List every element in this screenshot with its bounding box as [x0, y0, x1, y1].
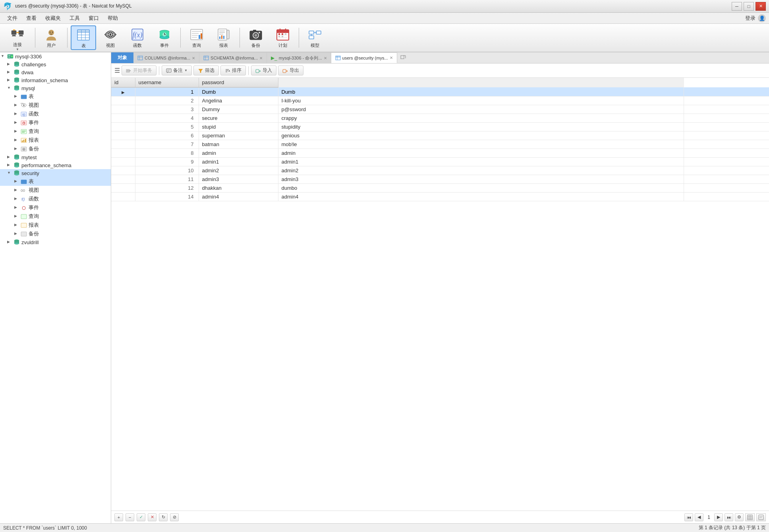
- sidebar-mysql-tables[interactable]: ▶ 表: [0, 92, 111, 101]
- comment-button[interactable]: 备注 ▼: [162, 66, 192, 75]
- sidebar-item-challenges[interactable]: ▶ challenges: [0, 60, 111, 68]
- table-row[interactable]: ▶1DumbDumb: [111, 87, 769, 96]
- sidebar-item-mysql[interactable]: ▼ mysql: [0, 84, 111, 92]
- sidebar-mysql-events[interactable]: ▶ 事件: [0, 118, 111, 127]
- view-grid-button[interactable]: [745, 513, 755, 521]
- menu-help[interactable]: 帮助: [104, 14, 122, 23]
- export-button[interactable]: 导出: [278, 66, 303, 75]
- tab-object[interactable]: 对象: [111, 52, 133, 63]
- hamburger-menu[interactable]: ☰: [114, 67, 120, 74]
- nav-settings-button[interactable]: ⚙: [735, 513, 744, 521]
- sort-button[interactable]: 排序: [220, 66, 246, 75]
- nav-next-button[interactable]: ▶: [714, 513, 723, 521]
- table-button[interactable]: 表: [71, 25, 96, 50]
- table-row[interactable]: 9admin1admin1: [111, 158, 769, 166]
- connect-button[interactable]: 连接 ▼: [3, 25, 32, 50]
- nav-prev-button[interactable]: ◀: [695, 513, 703, 521]
- app-icon: 🐬: [3, 2, 12, 11]
- filter-button[interactable]: 筛选: [193, 66, 219, 75]
- table-row[interactable]: 2AngelinaI-kill-you: [111, 96, 769, 105]
- model-button[interactable]: 模型: [302, 25, 328, 50]
- sidebar-item-mytest[interactable]: ▶ mytest: [0, 153, 111, 161]
- table-row[interactable]: 6supermangenious: [111, 131, 769, 140]
- sidebar-mysql-functions[interactable]: ▶ f() 函数: [0, 110, 111, 118]
- menu-view[interactable]: 查看: [22, 14, 41, 23]
- sidebar-security-functions[interactable]: ▶ f() 函数: [0, 195, 111, 203]
- svg-point-82: [14, 73, 19, 75]
- sidebar-root[interactable]: ▼ mysql-3306: [0, 52, 111, 60]
- sidebar-item-security[interactable]: ▼ security: [0, 169, 111, 177]
- sidebar-mysql-views[interactable]: ▶ oo 视图: [0, 101, 111, 110]
- table-row[interactable]: 10admin2admin2: [111, 166, 769, 175]
- table-row[interactable]: 11admin3admin3: [111, 175, 769, 184]
- sidebar-security-views[interactable]: ▶ oo 视图: [0, 186, 111, 195]
- table-row[interactable]: 5stupidstupidity: [111, 123, 769, 131]
- tab-cmd-close[interactable]: ✕: [324, 56, 327, 60]
- sidebar-mysql-backups[interactable]: ▶ 备份: [0, 145, 111, 153]
- close-button[interactable]: ✕: [755, 2, 766, 11]
- import-button[interactable]: 导入: [251, 66, 276, 75]
- query-button[interactable]: 查询: [184, 25, 209, 50]
- event-button[interactable]: 事件: [152, 25, 177, 50]
- tab-users[interactable]: users @security (mys... ✕: [331, 52, 397, 63]
- comment-dropdown[interactable]: ▼: [184, 69, 187, 72]
- backup-button[interactable]: 备份: [243, 25, 269, 50]
- sidebar-item-zvuldrill[interactable]: ▶ zvuldrill: [0, 238, 111, 246]
- table-row[interactable]: 4securecrappy: [111, 114, 769, 123]
- menu-window[interactable]: 窗口: [85, 14, 103, 23]
- sidebar-security-tables[interactable]: ▶ 表: [0, 177, 111, 186]
- sidebar-security-queries[interactable]: ▶ 查询: [0, 212, 111, 221]
- sidebar-item-dvwa[interactable]: ▶ dvwa: [0, 68, 111, 76]
- user-button[interactable]: 用户: [39, 25, 64, 50]
- function-button[interactable]: f(x) 函数: [125, 25, 150, 50]
- tab-users-close[interactable]: ✕: [390, 56, 393, 60]
- tab-columns-icon: [137, 55, 143, 61]
- svg-rect-66: [282, 36, 283, 37]
- sidebar-security-events[interactable]: ▶ 事件: [0, 203, 111, 212]
- menu-tools[interactable]: 工具: [66, 14, 84, 23]
- nav-last-button[interactable]: ⏭: [725, 513, 733, 521]
- table-row[interactable]: 14admin4admin4: [111, 193, 769, 201]
- restore-button[interactable]: □: [744, 2, 754, 11]
- cell-id: 3: [135, 105, 199, 114]
- sidebar-security-reports[interactable]: ▶ 报表: [0, 221, 111, 229]
- svg-rect-172: [759, 515, 763, 520]
- tab-cmd[interactable]: ▶_ mysql-3306 - 命令列... ✕: [267, 52, 331, 63]
- sidebar-item-information-schema[interactable]: ▶ information_schema: [0, 76, 111, 84]
- sidebar-mysql-reports[interactable]: ▶ 报表: [0, 136, 111, 145]
- tab-schemata-close[interactable]: ✕: [259, 56, 263, 60]
- sidebar-mysql-queries[interactable]: ▶ 查询: [0, 127, 111, 136]
- table-row[interactable]: 7batmanmob!le: [111, 140, 769, 149]
- remove-row-button[interactable]: −: [126, 513, 134, 521]
- confirm-button[interactable]: ✓: [137, 513, 145, 521]
- cell-username: admin4: [199, 193, 278, 201]
- sidebar-item-perf-schema[interactable]: ▶ performance_schema: [0, 161, 111, 169]
- connect-arrow: ▼: [16, 48, 19, 51]
- cell-spacer: [684, 140, 769, 149]
- menu-file[interactable]: 文件: [3, 14, 21, 23]
- svg-point-85: [14, 81, 19, 83]
- menu-login[interactable]: 登录 👤: [745, 14, 766, 22]
- minimize-button[interactable]: ─: [732, 2, 742, 11]
- tab-columns-close[interactable]: ✕: [192, 56, 195, 60]
- table-row[interactable]: 3Dummyp@ssword: [111, 105, 769, 114]
- add-row-button[interactable]: +: [114, 513, 123, 521]
- tab-columns[interactable]: COLUMNS @informa... ✕: [133, 52, 199, 63]
- cancel-button[interactable]: ✕: [148, 513, 157, 521]
- report-button[interactable]: 报表: [211, 25, 236, 50]
- stop-button[interactable]: ⊘: [170, 513, 179, 521]
- refresh-button[interactable]: ↻: [159, 513, 168, 521]
- svg-point-112: [23, 149, 25, 150]
- table-icon: [77, 28, 90, 42]
- sidebar-security-backups[interactable]: ▶ 备份: [0, 229, 111, 238]
- tab-schemata[interactable]: SCHEMATA @informa... ✕: [199, 52, 267, 63]
- nav-first-button[interactable]: ⏮: [684, 513, 693, 521]
- view-form-button[interactable]: [756, 513, 766, 521]
- menu-favorites[interactable]: 收藏夹: [41, 14, 65, 23]
- schedule-button[interactable]: 计划: [270, 25, 296, 50]
- view-button[interactable]: 视图: [98, 25, 123, 50]
- begin-transaction-button[interactable]: 开始事务: [122, 66, 157, 75]
- table-row[interactable]: 8adminadmin: [111, 149, 769, 158]
- tab-add-button[interactable]: [397, 53, 409, 63]
- table-row[interactable]: 12dhakkandumbo: [111, 184, 769, 193]
